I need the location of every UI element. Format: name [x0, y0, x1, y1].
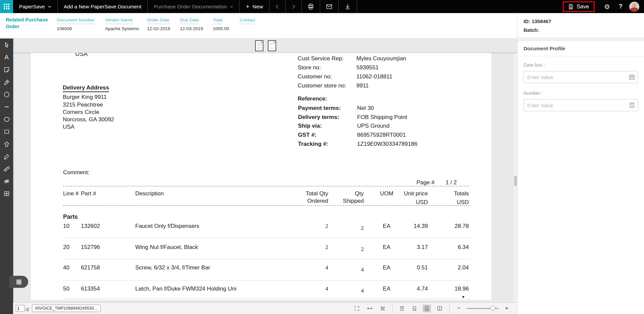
terms-value: UPS Ground [357, 123, 389, 129]
avatar-head [632, 3, 636, 7]
save-button[interactable]: Save [564, 2, 594, 11]
doc-info-value: Myles Couyoumjian [356, 55, 406, 62]
po-field-label[interactable]: Total [213, 17, 222, 24]
po-field-label[interactable]: Vendor Name [105, 17, 133, 24]
document-details-panel: ID: 1358467 Batch: Document Profile Date… [517, 13, 644, 314]
settings-button[interactable]: ⚙ [599, 3, 615, 11]
col-header-unit-price: Unit price [394, 190, 428, 197]
po-field-due-date: Due Date 12-03-2019 [180, 17, 213, 31]
viewer-scrollbar[interactable] [513, 53, 517, 302]
po-field-label[interactable]: Contact [240, 17, 255, 24]
tool-hide-annotations-button[interactable] [0, 175, 13, 187]
date-box-input[interactable] [524, 71, 638, 83]
file-name-chip[interactable]: INVOICE_TMP1088948245530... [32, 305, 101, 312]
delivery-address-line: Burger King 9911 [63, 94, 107, 101]
zoom-in-button[interactable]: + [503, 305, 510, 312]
page-number-value: 1 / 2 [446, 179, 457, 186]
avatar-body [630, 7, 638, 12]
terms-label: Tracking #: [298, 141, 328, 147]
fit-page-button[interactable] [379, 305, 387, 312]
col-header-description: Description [135, 190, 164, 197]
tool-highlighter-button[interactable] [0, 150, 13, 163]
cell-qty-shipped: 4 [330, 288, 364, 294]
help-button[interactable]: ? [615, 3, 627, 10]
po-field-label[interactable]: Order Date [147, 17, 169, 24]
calculator-icon[interactable] [629, 102, 635, 109]
terms-label: Payment terms: [298, 105, 341, 112]
cell-description: Faucet Only f/Dispensers [135, 223, 199, 230]
continuous-view-button[interactable] [410, 305, 418, 312]
tool-text-button[interactable]: A [0, 51, 13, 63]
email-button[interactable] [320, 0, 338, 13]
fit-screen-button[interactable] [353, 305, 361, 312]
papersave-menu[interactable]: PaperSave [13, 0, 57, 13]
zoom-slider[interactable] [467, 306, 499, 311]
cell-qty-ordered: 4 [295, 286, 328, 292]
cell-unit-price: 14.39 [394, 223, 428, 230]
po-field-label[interactable]: Document Number [57, 17, 95, 24]
facing-pages-view-button[interactable] [435, 305, 444, 312]
terms-value: Net 30 [357, 105, 374, 112]
single-page-view-button[interactable] [398, 305, 406, 312]
doc-info-label: Customer store no: [298, 82, 346, 89]
tool-polygon-button[interactable] [0, 113, 13, 125]
envelope-icon [326, 3, 333, 10]
top-app-bar: PaperSave Add a New PaperSave Document P… [0, 0, 644, 13]
new-document-button[interactable]: + New [240, 0, 269, 13]
sticky-note-icon [3, 66, 10, 73]
row-divider [63, 299, 470, 299]
zoom-out-button[interactable]: − [455, 305, 462, 312]
tool-grid-button[interactable] [0, 187, 13, 200]
fit-width-button[interactable] [365, 305, 374, 312]
cell-part: 621758 [81, 264, 128, 271]
page-number-input[interactable] [16, 305, 24, 312]
tool-note-button[interactable] [0, 63, 13, 76]
terms-label: GST #: [298, 132, 316, 138]
tool-rectangle-button[interactable] [0, 125, 13, 138]
invoice-row: 50 613354 Latch, Pan f/Duke FWM324 Holdi… [31, 286, 491, 296]
delivery-address-line: Corners Circle [63, 109, 99, 116]
page-thumbnail-2[interactable] [268, 40, 276, 51]
cursor-icon [3, 42, 10, 48]
zoom-slider-knob[interactable] [490, 306, 495, 311]
user-avatar[interactable] [629, 2, 639, 12]
thumbnail-panel-toggle[interactable] [9, 276, 28, 288]
page-thumbnail-1[interactable] [255, 40, 263, 51]
po-field-label[interactable]: Due Date [180, 17, 199, 24]
doc-type-dropdown[interactable]: Purchase Order Documentation [148, 0, 239, 13]
tool-ellipse-button[interactable] [0, 88, 13, 101]
tool-line-button[interactable] [0, 101, 13, 113]
next-document-button[interactable] [286, 0, 301, 13]
highlighter-icon [3, 153, 10, 160]
chevron-down-icon [48, 6, 51, 8]
row-divider [63, 259, 470, 259]
pen-icon [3, 79, 10, 85]
wrapped-scroll-view-button[interactable] [423, 305, 431, 312]
tool-arrow-button[interactable] [0, 138, 13, 150]
grid-icon [16, 279, 22, 285]
app-launcher-button[interactable] [0, 0, 13, 13]
tool-select-button[interactable] [0, 39, 13, 51]
cell-qty-ordered: 2 [295, 244, 328, 251]
cell-line: 10 [63, 223, 78, 230]
po-field-value: Apache Systems [105, 26, 147, 31]
calendar-icon[interactable] [629, 74, 635, 80]
download-button[interactable] [339, 0, 357, 13]
cell-description: Latch, Pan f/Duke FWM324 Holding Uni [135, 286, 236, 292]
cell-total: 18.96 [435, 286, 469, 292]
number-input[interactable] [524, 99, 638, 111]
scroll-hint-triangle-icon: ▼ [461, 295, 465, 299]
print-button[interactable] [302, 0, 320, 13]
doc-country-clipped: USA [75, 53, 88, 58]
text-tool-icon: A [4, 54, 9, 61]
chevron-down-icon [230, 6, 233, 8]
terms-value: FOB Shipping Point [357, 114, 407, 121]
tool-pen-button[interactable] [0, 76, 13, 88]
hexagon-icon [3, 116, 10, 123]
previous-document-button[interactable] [269, 0, 285, 13]
tool-ruler-button[interactable] [0, 163, 13, 175]
viewer-scrollbar-thumb[interactable] [514, 176, 517, 186]
gear-icon: ⚙ [604, 3, 610, 10]
po-field-total: Total 1000.00 [213, 17, 240, 31]
col-header-part: Part # [81, 190, 128, 197]
